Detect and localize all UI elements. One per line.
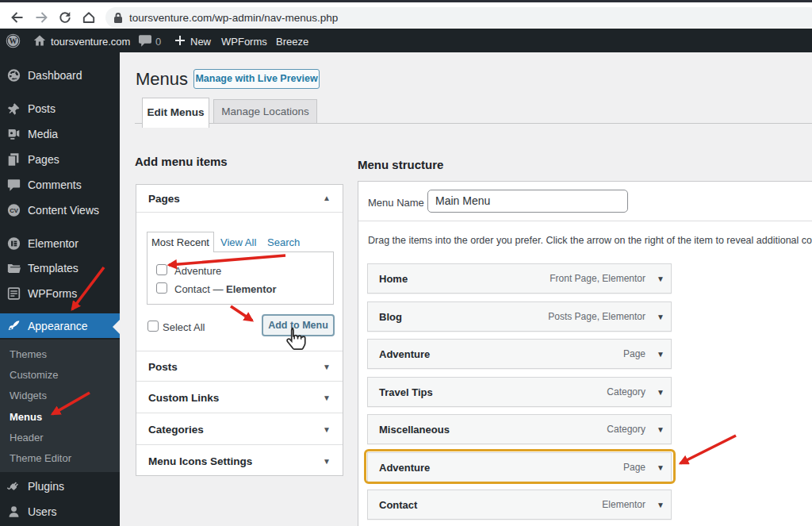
svg-text:CV: CV [10, 207, 19, 214]
svg-text:W: W [10, 36, 17, 45]
